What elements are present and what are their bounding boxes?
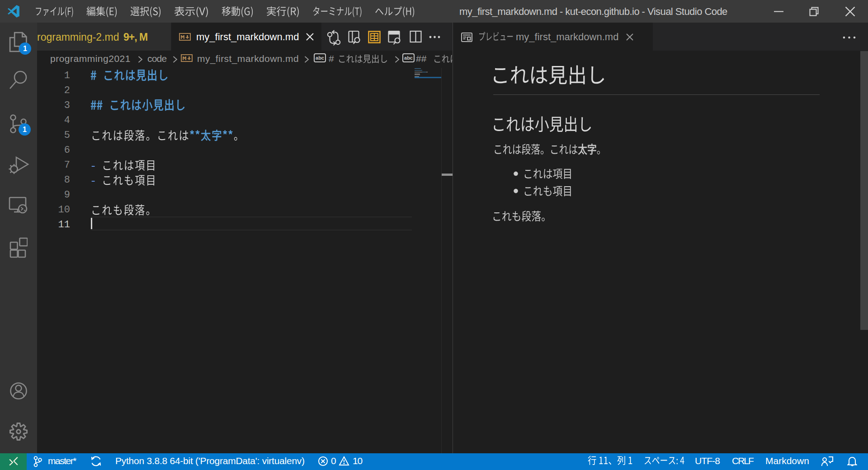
svg-text:abc: abc (404, 55, 413, 61)
svg-text:abc: abc (316, 55, 324, 61)
